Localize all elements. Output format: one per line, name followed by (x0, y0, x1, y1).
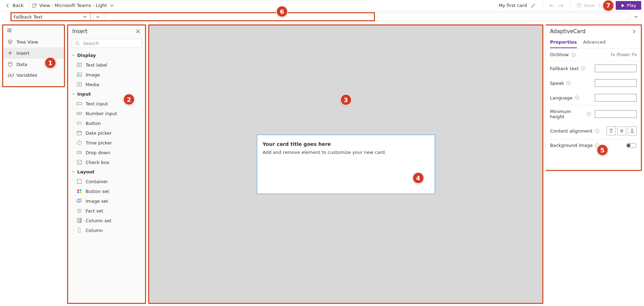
annotation-bubble-1: 1 (44, 57, 56, 69)
left-nav: Tree View Insert Data (x) Variables 1 (2, 24, 65, 87)
tool-column-set[interactable]: Column set (68, 216, 145, 225)
hamburger-icon (7, 28, 12, 33)
annotation-bubble-2: 2 (123, 94, 135, 105)
divider (570, 2, 570, 9)
tool-button-set[interactable]: Button set (68, 186, 145, 196)
tool-date-picker[interactable]: Date picker (68, 128, 145, 138)
formula-input[interactable] (105, 13, 629, 21)
imageset-icon (77, 198, 82, 204)
divider (29, 2, 29, 9)
svg-rect-11 (77, 122, 81, 124)
info-icon[interactable] (586, 112, 591, 117)
card-name: My first card (499, 3, 527, 8)
variable-icon: (x) (7, 73, 13, 78)
buttonset-icon (77, 188, 82, 194)
database-icon (7, 61, 13, 67)
tool-fact-set[interactable]: Fact set (68, 206, 145, 216)
tool-container[interactable]: Container (68, 177, 145, 186)
tool-text-label[interactable]: Text label (68, 60, 145, 70)
button-icon (77, 120, 82, 126)
minheight-input[interactable] (595, 110, 637, 118)
redo-icon[interactable] (558, 3, 564, 8)
align-top[interactable] (607, 126, 616, 135)
svg-rect-8 (77, 103, 82, 105)
insert-pane: Insert Search Display Text label Image M… (67, 24, 146, 304)
back-button[interactable]: Back (3, 0, 26, 11)
close-icon[interactable] (135, 29, 141, 34)
info-icon[interactable] (581, 66, 586, 71)
text-icon (77, 62, 82, 68)
tool-number-input[interactable]: 12Number input (68, 109, 145, 118)
equals-button[interactable]: = (93, 13, 103, 21)
fallback-input[interactable] (595, 65, 637, 72)
align-bottom[interactable] (628, 126, 637, 135)
nav-treeview[interactable]: Tree View (3, 36, 64, 47)
annotation-bubble-3: 3 (340, 94, 352, 106)
view-picker[interactable]: View - Microsoft Teams - Light (32, 3, 115, 8)
tool-check-box[interactable]: Check box (68, 157, 145, 167)
adaptive-card-preview[interactable]: Your card title goes here Add and remove… (257, 135, 435, 194)
tool-column[interactable]: Column (68, 225, 145, 235)
speak-label: Speak (550, 81, 564, 86)
play-button[interactable]: Play (616, 1, 641, 10)
clock-icon (77, 140, 82, 145)
tool-media[interactable]: Media (68, 80, 145, 89)
tool-button[interactable]: Button (68, 118, 145, 128)
save-button[interactable]: Save (577, 3, 595, 8)
info-icon[interactable] (595, 128, 600, 133)
powerfx-label[interactable]: fx Power Fx (610, 52, 637, 57)
onshow-label: OnShow (550, 52, 569, 57)
svg-rect-25 (81, 218, 81, 223)
insert-search[interactable]: Search (72, 39, 142, 48)
chevron-down-icon (109, 3, 115, 8)
tab-properties[interactable]: Properties (550, 37, 577, 48)
svg-rect-20 (80, 192, 81, 193)
tab-advanced[interactable]: Advanced (583, 37, 606, 48)
chevron-down-icon (72, 170, 75, 174)
divider (542, 2, 543, 9)
formula-expand[interactable] (631, 13, 641, 21)
align-top-icon (609, 128, 614, 133)
svg-rect-15 (77, 160, 81, 164)
chevron-down-icon (72, 54, 75, 57)
nav-variables[interactable]: (x) Variables (3, 70, 64, 81)
group-layout[interactable]: Layout (68, 167, 145, 177)
design-canvas[interactable]: Your card title goes here Add and remove… (148, 24, 543, 304)
svg-point-2 (8, 62, 12, 64)
align-middle[interactable] (617, 126, 626, 135)
save-icon (577, 3, 582, 8)
language-label: Language (550, 95, 572, 100)
layers-icon (7, 39, 13, 45)
tool-time-picker[interactable]: Time picker (68, 138, 145, 148)
hamburger-button[interactable] (3, 25, 64, 36)
play-icon (621, 3, 625, 8)
number-input-icon: 12 (77, 111, 82, 116)
annotation-bubble-7: 7 (602, 0, 614, 12)
info-icon[interactable] (566, 81, 571, 85)
info-icon[interactable] (574, 95, 579, 100)
align-middle-icon (619, 128, 624, 133)
property-selector[interactable]: Fallback Text (10, 13, 91, 21)
undo-icon[interactable] (549, 3, 555, 8)
speak-input[interactable] (595, 79, 637, 87)
language-input[interactable] (595, 94, 637, 102)
svg-rect-26 (78, 228, 80, 232)
svg-rect-23 (77, 218, 79, 223)
tool-drop-down[interactable]: Drop down (68, 148, 145, 157)
tool-image[interactable]: Image (68, 70, 145, 80)
annotation-bubble-6: 6 (276, 6, 288, 17)
group-display[interactable]: Display (68, 51, 145, 60)
chevron-right-icon[interactable] (631, 29, 637, 34)
text-input-icon (77, 101, 82, 106)
chevron-down-icon (72, 92, 75, 96)
align-bottom-icon (630, 128, 635, 133)
pencil-icon[interactable] (530, 3, 536, 8)
arrow-left-icon (5, 3, 10, 8)
nav-insert[interactable]: Insert (3, 47, 64, 59)
info-icon[interactable] (571, 52, 576, 57)
teams-icon (32, 3, 37, 8)
annotation-bubble-5: 5 (596, 144, 608, 156)
tool-image-set[interactable]: Image set (68, 196, 145, 206)
view-name: View - Microsoft Teams - Light (39, 3, 107, 8)
bgimage-toggle[interactable] (626, 143, 637, 148)
